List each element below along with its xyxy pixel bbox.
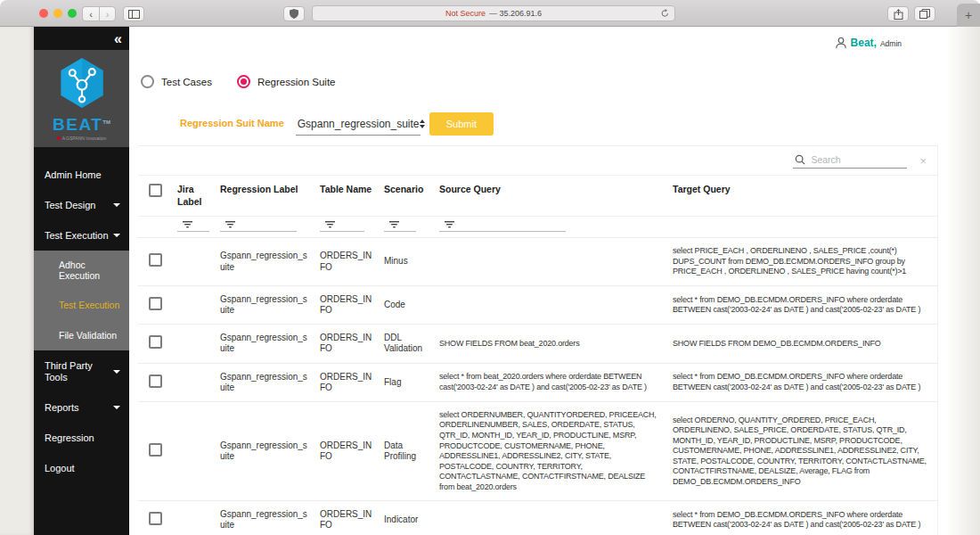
browser-chrome: ‹ › Not Secure — 35.206.91.6 — [0, 0, 980, 27]
search-input[interactable] — [811, 154, 900, 165]
cell-table-name: ORDERS_INFO — [316, 238, 380, 286]
search-clear-icon[interactable]: × — [919, 154, 927, 168]
table-header-row: Jira Label Regression Label Table Name S… — [138, 176, 937, 217]
logo-panel: BEATTM A GSPANN Innovation — [34, 50, 129, 147]
filter-icon — [389, 221, 399, 228]
table-row: Gspann_regression_suite ORDERS_INFO Data… — [138, 401, 937, 500]
shield-icon — [290, 9, 298, 19]
share-icon — [894, 9, 903, 20]
submenu-item-test-execution[interactable]: Test Execution — [34, 291, 129, 321]
radio-regression-suite[interactable]: Regression Suite — [237, 75, 336, 88]
reload-icon[interactable] — [661, 9, 669, 20]
table-filter-row — [138, 217, 937, 238]
suite-name-label: Regression Suit Name — [180, 118, 284, 136]
sidebar-item-test-execution[interactable]: Test Execution — [34, 220, 129, 251]
table-body: Gspann_regression_suite ORDERS_INFO Minu… — [138, 238, 937, 535]
cell-regression-label: Gspann_regression_suite — [216, 238, 316, 286]
row-checkbox[interactable] — [149, 253, 162, 267]
nav-buttons: ‹ › — [82, 6, 116, 21]
cell-target-query: select * from DEMO_DB.ECMDM.ORDERS_INFO … — [669, 501, 937, 535]
col-header-regression-label: Regression Label — [216, 176, 316, 217]
test-execution-submenu: Adhoc Execution Test Execution File Vali… — [34, 251, 129, 350]
caret-down-icon — [113, 203, 120, 207]
table-row: Gspann_regression_suite ORDERS_INFO Indi… — [138, 501, 937, 535]
cell-target-query: SHOW FIELDS FROM DEMO_DB.ECMDM.ORDERS_IN… — [669, 325, 937, 363]
tab-overview-button[interactable] — [914, 6, 935, 21]
back-button[interactable]: ‹ — [82, 6, 99, 21]
cell-regression-label: Gspann_regression_suite — [216, 401, 316, 500]
gspann-dot-icon — [57, 136, 61, 140]
filter-input-table-name[interactable] — [320, 220, 364, 232]
sidebar-item-regression[interactable]: Regression — [34, 423, 129, 453]
forward-button[interactable]: › — [99, 6, 116, 21]
page-left-margin — [0, 27, 34, 535]
filter-input-jira-label[interactable] — [177, 220, 209, 232]
filter-icon — [325, 221, 335, 228]
user-chip[interactable]: Beat, Admin — [835, 37, 902, 49]
row-checkbox[interactable] — [149, 512, 162, 525]
cell-table-name: ORDERS_INFO — [316, 285, 380, 324]
sidebar-collapse-icon[interactable]: « — [114, 31, 120, 46]
cell-scenario: Indicator — [380, 501, 436, 535]
filter-input-regression-label[interactable] — [220, 220, 297, 232]
filter-icon — [225, 221, 235, 228]
cell-target-query: select ORDERNO, QUANTITY_ORDERED, PRICE_… — [669, 401, 937, 500]
row-checkbox[interactable] — [149, 443, 162, 457]
browser-sidebar-toggle-button[interactable] — [123, 6, 144, 21]
sidebar-item-reports[interactable]: Reports — [34, 392, 129, 423]
cell-table-name: ORDERS_INFO — [316, 325, 380, 363]
new-tab-button[interactable]: + — [957, 4, 980, 27]
row-checkbox[interactable] — [149, 297, 162, 310]
sidebar-item-logout[interactable]: Logout — [34, 453, 129, 483]
user-role: Admin — [880, 39, 902, 48]
submenu-item-file-validation[interactable]: File Validation — [34, 321, 129, 351]
row-checkbox[interactable] — [149, 374, 162, 388]
radio-circle-icon — [237, 75, 250, 88]
col-header-jira-label: Jira Label — [174, 176, 216, 217]
user-icon — [835, 37, 847, 49]
regression-suite-form: Regression Suit Name Gspann_regression_s… — [180, 112, 494, 136]
privacy-shield-button[interactable] — [283, 6, 305, 21]
col-header-target-query: Target Query — [669, 176, 937, 217]
cell-source-query — [436, 238, 669, 286]
cell-regression-label: Gspann_regression_suite — [216, 363, 316, 401]
cell-target-query: select * from DEMO_DB.ECMDM.ORDERS_INFO … — [669, 285, 937, 324]
cell-scenario: DDL Validation — [380, 325, 436, 363]
cell-jira-label — [174, 401, 216, 500]
window-close-button[interactable] — [39, 9, 48, 18]
search-row: × — [138, 146, 937, 175]
logo-tm: TM — [102, 119, 110, 125]
row-checkbox[interactable] — [149, 335, 162, 349]
window-zoom-button[interactable] — [68, 9, 77, 18]
caret-down-icon — [113, 370, 120, 374]
sidebar-item-third-party-tools[interactable]: Third Party Tools — [34, 350, 129, 391]
radio-test-cases[interactable]: Test Cases — [141, 75, 212, 88]
beat-hexagon-logo-icon — [58, 57, 106, 109]
table-row: Gspann_regression_suite ORDERS_INFO Code… — [138, 285, 937, 324]
cell-scenario: Minus — [380, 238, 436, 286]
search-box[interactable] — [793, 152, 907, 169]
caret-down-icon — [113, 406, 120, 409]
cell-scenario: Code — [380, 285, 436, 324]
cell-regression-label: Gspann_regression_suite — [216, 285, 316, 324]
filter-input-scenario[interactable] — [384, 220, 416, 232]
address-bar[interactable]: Not Secure — 35.206.91.6 — [312, 5, 675, 21]
table-row: Gspann_regression_suite ORDERS_INFO DDL … — [138, 325, 937, 363]
window-minimize-button[interactable] — [53, 9, 62, 18]
submit-button[interactable]: Submit — [429, 112, 494, 136]
sidebar-item-test-design[interactable]: Test Design — [34, 190, 129, 220]
cell-source-query — [436, 501, 669, 535]
table-row: Gspann_regression_suite ORDERS_INFO Minu… — [138, 238, 937, 286]
regression-suite-select[interactable]: Gspann_regression_suite — [296, 114, 421, 136]
cell-jira-label — [174, 238, 216, 286]
select-all-checkbox[interactable] — [149, 184, 162, 197]
share-button[interactable] — [887, 6, 909, 21]
search-icon — [795, 154, 805, 165]
filter-input-source-query[interactable] — [439, 220, 566, 232]
right-edge-fade — [946, 27, 980, 535]
submenu-item-adhoc-execution[interactable]: Adhoc Execution — [34, 251, 129, 291]
cell-scenario: Data Profiling — [380, 401, 436, 500]
sidebar-item-admin-home[interactable]: Admin Home — [34, 160, 129, 190]
cell-target-query: select PRICE_EACH , ORDERLINENO , SALES_… — [669, 238, 937, 286]
cell-source-query — [436, 285, 669, 324]
